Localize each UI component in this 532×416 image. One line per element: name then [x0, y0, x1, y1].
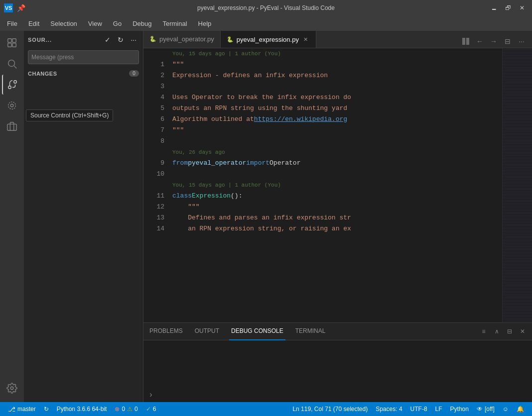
code-line: """ [172, 125, 502, 136]
activity-bar [0, 31, 24, 402]
blame-info-line: You, 26 days ago [172, 147, 502, 158]
menu-help[interactable]: Help [193, 18, 217, 29]
panel-tab-problems[interactable]: PROBLEMS [147, 323, 185, 340]
error-count: 0 [122, 406, 125, 413]
menu-terminal[interactable]: Terminal [157, 18, 192, 29]
line-num [147, 48, 164, 59]
line-num: 6 [147, 114, 164, 125]
menu-debug[interactable]: Debug [128, 18, 156, 29]
source-control-header: SOUR... ✓ ↻ ··· [24, 31, 143, 48]
minimap-content [503, 48, 532, 322]
indentation: Spaces: 4 [376, 406, 402, 413]
line-num: 1 [147, 59, 164, 70]
status-language[interactable]: Python [446, 402, 473, 416]
changes-label: CHANGES [28, 71, 57, 77]
warning-count: 0 [134, 406, 138, 413]
line-num: 11 [147, 191, 164, 202]
panel-close-button[interactable]: ✕ [517, 326, 528, 337]
code-area[interactable]: You, 15 days ago | 1 author (You) """ Ex… [168, 48, 502, 322]
code-line: """ [172, 59, 502, 70]
panel-content [143, 340, 532, 387]
code-line [172, 136, 502, 147]
svg-rect-3 [12, 43, 16, 47]
cursor-position: Ln 119, Col 71 (70 selected) [292, 406, 368, 413]
line-numbers: 1 2 3 4 5 6 7 8 9 10 11 12 13 14 [143, 48, 168, 322]
tab-pyeval-expression[interactable]: 🐍 pyeval_expression.py ✕ [221, 31, 316, 48]
svg-point-11 [10, 387, 13, 390]
svg-point-4 [8, 60, 15, 67]
panel-collapse-button[interactable]: ∧ [491, 326, 502, 337]
panel-tab-output[interactable]: OUTPUT [193, 323, 221, 340]
search-icon[interactable] [2, 54, 22, 74]
feedback-icon: ☺ [503, 406, 509, 413]
menu-selection[interactable]: Selection [45, 18, 82, 29]
warning-icon: ⚠ [127, 406, 133, 413]
panel-filter-button[interactable]: ≡ [478, 326, 489, 337]
code-line: class Expression (): [172, 191, 502, 202]
menu-file[interactable]: File [2, 18, 22, 29]
tab-pyeval-operator[interactable]: 🐍 pyeval_operator.py [143, 31, 221, 48]
changes-count-badge: 0 [129, 70, 139, 77]
status-smiley[interactable]: ☺ [499, 402, 513, 416]
source-control-tooltip: Source Control (Ctrl+Shift+G) [26, 109, 113, 121]
line-num: 7 [147, 125, 164, 136]
status-python[interactable]: Python 3.6.6 64-bit [53, 402, 111, 416]
settings-icon[interactable] [2, 378, 22, 398]
sc-more-button[interactable]: ··· [128, 34, 139, 45]
title-bar-right: 🗕 🗗 ✕ [488, 2, 528, 14]
status-line-ending[interactable]: LF [431, 402, 446, 416]
split-view-button[interactable]: ⊟ [501, 35, 514, 48]
svg-rect-2 [8, 43, 11, 47]
status-eye[interactable]: 👁 [off] [473, 402, 499, 416]
tab-more-button[interactable]: ··· [515, 35, 528, 48]
commit-message-input[interactable]: Message (press [28, 50, 139, 64]
line-num: 5 [147, 103, 164, 114]
status-encoding[interactable]: UTF-8 [406, 402, 431, 416]
source-control-icon[interactable] [2, 75, 22, 95]
branch-icon: ⎇ [8, 406, 15, 413]
navigate-back-button[interactable]: ← [473, 35, 486, 48]
tab-close-button[interactable]: ✕ [302, 35, 310, 43]
vscode-icon: VS [4, 3, 13, 12]
status-sync[interactable]: ↻ [40, 402, 53, 416]
status-check[interactable]: ✓ 6 [142, 402, 160, 416]
panel-tab-debug-console[interactable]: DEBUG CONSOLE [229, 323, 285, 340]
line-num: 14 [147, 223, 164, 234]
extensions-icon[interactable] [2, 96, 22, 115]
menu-edit[interactable]: Edit [23, 18, 44, 29]
tab-label: pyeval_operator.py [159, 35, 214, 43]
panel-tab-terminal[interactable]: TERMINAL [293, 323, 328, 340]
status-notifications[interactable]: 🔔 [513, 402, 528, 416]
status-branch[interactable]: ⎇ master [4, 402, 40, 416]
explorer-icon[interactable] [2, 33, 22, 53]
menu-go[interactable]: Go [108, 18, 127, 29]
remote-icon[interactable] [2, 116, 22, 136]
line-num: 2 [147, 70, 164, 81]
status-spaces[interactable]: Spaces: 4 [372, 402, 406, 416]
svg-rect-10 [7, 124, 16, 130]
minimize-button[interactable]: 🗕 [488, 2, 500, 14]
status-position[interactable]: Ln 119, Col 71 (70 selected) [288, 402, 372, 416]
source-control-actions: ✓ ↻ ··· [102, 34, 139, 45]
sc-checkmark-button[interactable]: ✓ [102, 34, 113, 45]
line-num: 10 [147, 169, 164, 180]
close-button[interactable]: ✕ [516, 2, 528, 14]
panel-expand-button[interactable]: › [143, 387, 158, 402]
navigate-forward-button[interactable]: → [487, 35, 500, 48]
panel-split-button[interactable]: ⊟ [504, 326, 515, 337]
tab-actions: ← → ⊟ ··· [459, 35, 532, 48]
code-line: Expression - defines an infix expression [172, 70, 502, 81]
line-num: 3 [147, 81, 164, 92]
blame-info-line: You, 15 days ago | 1 author (You) [172, 48, 502, 59]
split-editor-button[interactable] [459, 35, 472, 48]
error-icon: ⊗ [115, 406, 120, 413]
menu-view[interactable]: View [83, 18, 107, 29]
status-errors[interactable]: ⊗ 0 ⚠ 0 [111, 402, 141, 416]
line-num: 13 [147, 212, 164, 223]
sc-refresh-button[interactable]: ↻ [115, 34, 126, 45]
status-bar: ⎇ master ↻ Python 3.6.6 64-bit ⊗ 0 ⚠ 0 ✓… [0, 402, 532, 416]
maximize-button[interactable]: 🗗 [502, 2, 514, 14]
panel-actions: ≡ ∧ ⊟ ✕ [478, 326, 528, 337]
svg-rect-1 [12, 39, 16, 42]
language: Python [450, 406, 469, 413]
